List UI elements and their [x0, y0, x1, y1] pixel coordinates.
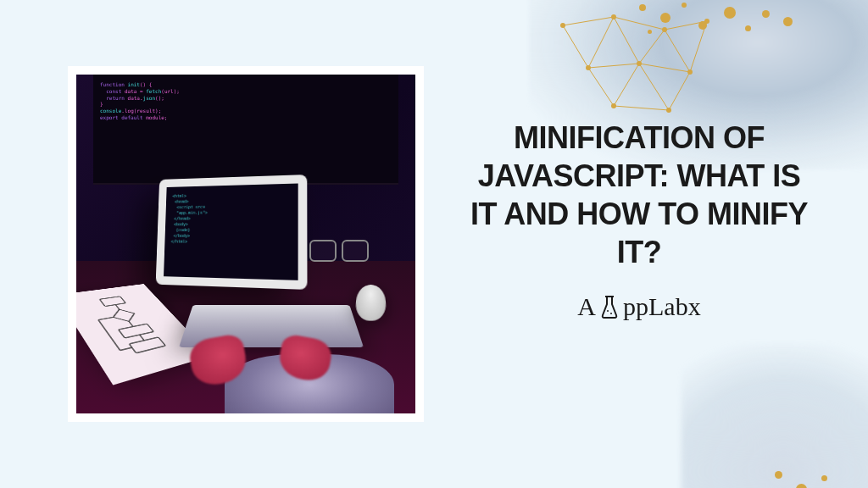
svg-point-24	[666, 108, 671, 113]
svg-line-15	[614, 106, 669, 110]
svg-marker-27	[108, 308, 139, 324]
hero-photo-frame: function init() { const data = fetch(url…	[68, 66, 424, 422]
svg-line-33	[98, 320, 120, 351]
svg-line-3	[563, 25, 588, 68]
monitor-screen: function init() { const data = fetch(url…	[93, 75, 398, 185]
svg-line-14	[669, 72, 690, 110]
svg-point-20	[586, 65, 591, 70]
watercolor-decoration-bottom	[682, 344, 868, 488]
svg-rect-29	[119, 324, 154, 338]
svg-point-21	[637, 61, 642, 66]
svg-line-8	[690, 21, 707, 72]
hands-typing	[178, 312, 381, 413]
flask-icon	[601, 294, 618, 319]
svg-line-32	[98, 317, 114, 319]
svg-line-6	[639, 30, 665, 64]
svg-line-28	[129, 321, 133, 326]
svg-point-36	[607, 310, 609, 312]
svg-rect-31	[129, 337, 165, 353]
svg-point-18	[662, 27, 667, 32]
svg-line-0	[563, 17, 614, 25]
svg-line-5	[614, 17, 639, 64]
tablet-device: <html> <head> <script src= "app.min.js">…	[156, 175, 308, 290]
svg-line-2	[665, 21, 707, 30]
svg-point-16	[560, 23, 565, 28]
svg-point-17	[611, 14, 616, 19]
svg-point-23	[611, 103, 616, 108]
brand-suffix: ppLabx	[623, 292, 701, 321]
svg-line-1	[614, 17, 665, 30]
svg-line-30	[140, 335, 144, 341]
svg-line-9	[588, 64, 639, 68]
brand-prefix: A	[577, 292, 596, 321]
brand-logo: A ppLabx	[461, 292, 817, 321]
svg-line-12	[614, 64, 639, 106]
svg-line-11	[588, 68, 614, 106]
hero-photo: function init() { const data = fetch(url…	[76, 75, 415, 413]
svg-line-13	[639, 64, 669, 110]
svg-line-4	[588, 17, 614, 68]
content-area: MINIFICATION OF JAVASCRIPT: WHAT IS IT A…	[461, 119, 817, 321]
svg-line-10	[639, 64, 690, 72]
gold-geometric-network	[546, 8, 715, 119]
svg-rect-25	[100, 297, 126, 307]
glasses	[309, 240, 369, 261]
svg-point-19	[704, 19, 709, 24]
svg-line-34	[120, 347, 132, 350]
svg-point-22	[687, 69, 693, 75]
svg-line-7	[665, 30, 690, 72]
svg-line-26	[115, 305, 119, 310]
svg-point-37	[610, 313, 612, 314]
page-title: MINIFICATION OF JAVASCRIPT: WHAT IS IT A…	[461, 119, 817, 271]
